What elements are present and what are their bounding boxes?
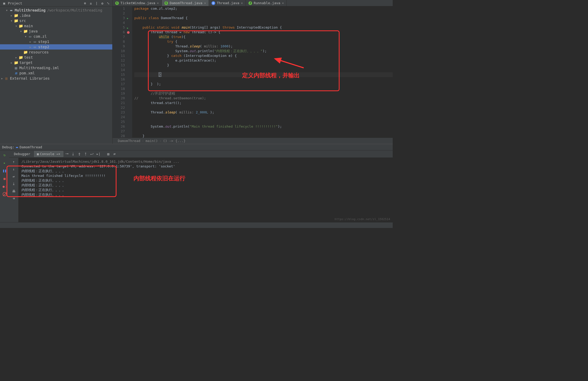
resume-button[interactable]: ▸ [2, 160, 8, 166]
editor-tab[interactable]: I Runnable.java × [246, 0, 287, 6]
gutter-marker[interactable]: ▶ [127, 16, 132, 21]
tree-item[interactable]: ▾ 📁 src [0, 18, 112, 23]
gutter-marker[interactable] [127, 45, 132, 49]
close-icon[interactable]: × [241, 1, 243, 5]
gutter-marker[interactable] [127, 101, 132, 106]
gutter-marker[interactable] [127, 87, 132, 92]
console-output[interactable]: /Library/Java/JavaVirtualMachines/jdk1.8… [18, 158, 393, 222]
target-icon[interactable]: ⊕ [83, 1, 87, 5]
gutter-marker[interactable] [127, 6, 132, 11]
gutter-markers[interactable]: ▶ ▶ [127, 6, 132, 138]
gutter-marker[interactable] [127, 11, 132, 16]
code-line[interactable] [134, 105, 393, 110]
gutter-marker[interactable] [127, 73, 132, 78]
code-line[interactable] [134, 119, 393, 124]
tree-arrow-icon[interactable]: ▾ [9, 19, 14, 23]
force-step-icon[interactable]: ⭽ [77, 152, 82, 156]
gutter-marker[interactable] [127, 59, 132, 63]
collapse-icon[interactable]: ⇊ [89, 1, 93, 5]
tree-item[interactable]: ▸ 📁 .idea [0, 13, 112, 18]
code-line[interactable]: public static void main(String[] args) t… [134, 25, 393, 30]
code-line[interactable]: System.out.println("Main thread finished… [134, 124, 393, 129]
code-line[interactable]: package com.zl.step2; [134, 6, 393, 11]
drop-frame-icon[interactable]: ⮐ [90, 152, 95, 156]
gear-icon[interactable]: ✿ [100, 1, 104, 5]
gutter-marker[interactable] [127, 30, 132, 35]
up-button[interactable]: ↑ [11, 159, 17, 165]
trace-icon[interactable]: ⇄ [112, 152, 117, 156]
gutter-marker[interactable] [127, 120, 132, 125]
editor-tab[interactable]: C TicketWindow.java × [113, 0, 162, 6]
tree-arrow-icon[interactable]: ▾ [19, 29, 23, 33]
chevron-right-icon[interactable]: ▸ [0, 76, 4, 80]
code-line[interactable]: // thread.setDaemon(true); [134, 96, 393, 101]
code-line[interactable]: Thread.sleep( millis: 2_000L ); [134, 110, 393, 115]
breadcrumb-item[interactable]: DamomThread [118, 139, 140, 143]
step-over-icon[interactable]: ⭲ [64, 152, 70, 156]
tree-item[interactable]: ▸ 📁 test [0, 55, 112, 60]
tree-item[interactable]: ▾ ▭ com.zl [0, 34, 112, 39]
gutter-marker[interactable] [127, 82, 132, 87]
editor-tab[interactable]: C DamomThread.java × [162, 0, 209, 6]
tree-item[interactable]: ▤ Multithreading.iml [0, 65, 112, 70]
gutter-marker[interactable] [127, 115, 132, 120]
breadcrumb-item[interactable]: () -> {...} [163, 139, 186, 143]
gutter-marker[interactable] [127, 106, 132, 111]
code-line[interactable]: } [134, 134, 393, 138]
gutter-marker[interactable] [127, 40, 132, 45]
code-editor[interactable]: package com.zl.step2; public class Damom… [132, 6, 393, 138]
code-line[interactable] [134, 115, 393, 119]
tree-item[interactable]: ▾ 📁 main [0, 23, 112, 29]
close-icon[interactable]: × [282, 1, 284, 5]
code-line[interactable] [134, 20, 393, 25]
editor-tab[interactable]: © Thread.java × [209, 0, 246, 6]
step-into-icon[interactable]: ⭳ [71, 152, 76, 156]
console-tab[interactable]: ▣Console →∗ [34, 151, 63, 157]
code-line[interactable] [134, 11, 393, 16]
code-line[interactable]: //开启守护进程 [134, 91, 393, 96]
tree-item[interactable]: m pom.xml [0, 70, 112, 76]
close-icon[interactable]: × [204, 1, 206, 5]
evaluate-icon[interactable]: ▤ [106, 152, 111, 156]
tree-arrow-icon[interactable]: ▾ [14, 24, 18, 28]
tree-arrow-icon[interactable]: ▸ [28, 45, 32, 49]
rerun-button[interactable]: ↻ [2, 152, 8, 158]
gutter-marker[interactable] [127, 125, 132, 129]
code-line[interactable] [134, 129, 393, 134]
hide-icon[interactable]: ⤡ [106, 1, 110, 5]
tree-arrow-icon[interactable]: ▸ [9, 13, 14, 18]
gutter-marker[interactable] [127, 63, 132, 68]
gutter-marker[interactable] [127, 92, 132, 96]
gutter-marker[interactable] [127, 78, 132, 82]
tree-root[interactable]: ▾ ▬ Multithreading /workspace/Multithrea… [0, 8, 112, 13]
gutter-marker[interactable] [127, 49, 132, 54]
tree-item[interactable]: ▾ 📁 java [0, 29, 112, 34]
tree-arrow-icon[interactable]: ▸ [9, 61, 14, 65]
tree-arrow-icon[interactable]: ▾ [24, 34, 28, 39]
gutter-marker[interactable] [127, 129, 132, 134]
external-libs[interactable]: ▸ ⫼ External Libraries [0, 76, 112, 81]
breadcrumb-item[interactable]: main() [146, 139, 158, 143]
tree-item[interactable]: ▸ ▭ step2 [0, 44, 112, 50]
run-cursor-icon[interactable]: ▸| [96, 152, 101, 156]
close-icon[interactable]: × [157, 1, 159, 5]
step-out-icon[interactable]: ⭱ [83, 152, 88, 156]
gutter-marker[interactable] [127, 68, 132, 73]
gutter-marker[interactable] [127, 21, 132, 25]
code-line[interactable]: thread.start(); [134, 101, 393, 105]
gutter-marker[interactable] [127, 111, 132, 115]
gutter-marker[interactable] [127, 35, 132, 40]
gutter-marker[interactable] [127, 54, 132, 59]
tree-item[interactable]: 📁 resources [0, 50, 112, 55]
gutter-marker[interactable]: ▶ [127, 25, 132, 30]
tree-item[interactable]: ▸ ▭ step1 [0, 39, 112, 44]
code-line[interactable]: public class DamomThread { [134, 16, 393, 20]
tree-item[interactable]: ▸ 📁 target [0, 60, 112, 65]
gutter-marker[interactable] [127, 96, 132, 101]
gutter-marker[interactable] [127, 134, 132, 138]
chevron-down-icon[interactable]: ▾ [5, 8, 9, 12]
tree-arrow-icon[interactable]: ▸ [28, 40, 32, 44]
tree-arrow-icon[interactable]: ▸ [14, 55, 18, 59]
debugger-tab[interactable]: Debugger [11, 151, 33, 157]
breadcrumb[interactable]: DamomThread›main()›() -> {...} [113, 138, 393, 144]
